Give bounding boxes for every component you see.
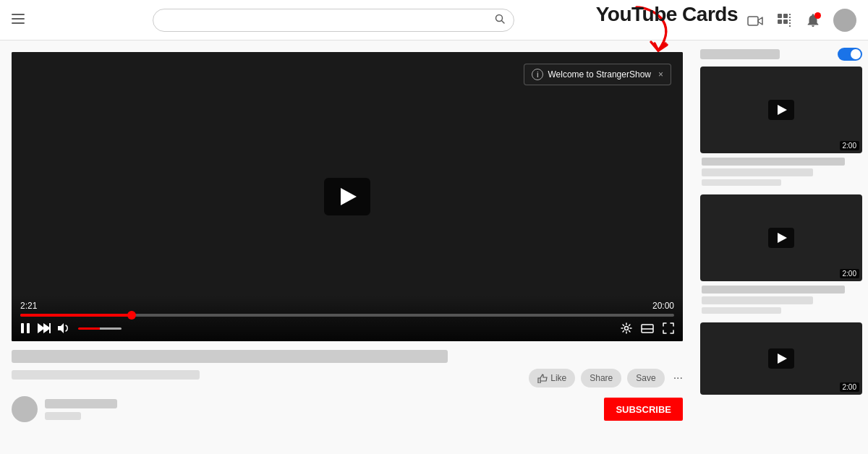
skip-button[interactable] <box>38 323 51 333</box>
sidebar-thumbnail-2[interactable]: 2:00 <box>700 194 862 281</box>
card-label: Welcome to StrangerShow <box>548 69 651 80</box>
below-video: Like Share Save ··· SUBSCRIBE <box>12 341 683 422</box>
svg-rect-10 <box>789 14 791 15</box>
share-button[interactable]: Share <box>581 369 621 387</box>
sidebar-play-triangle-1 <box>778 105 787 115</box>
camera-icon[interactable] <box>746 12 764 29</box>
svg-rect-5 <box>748 17 758 25</box>
controls-row <box>20 322 674 334</box>
svg-rect-0 <box>12 14 25 15</box>
youtube-card-popup[interactable]: i Welcome to StrangerShow × <box>524 64 671 85</box>
channel-row: SUBSCRIBE <box>12 387 683 422</box>
svg-rect-6 <box>778 14 782 18</box>
like-button[interactable]: Like <box>529 369 575 387</box>
svg-rect-13 <box>789 22 791 24</box>
svg-rect-19 <box>49 323 51 333</box>
notifications-icon[interactable] <box>804 12 822 29</box>
sidebar-item: 2:00 <box>700 67 862 186</box>
sidebar-top-bar <box>700 48 862 61</box>
time-labels: 2:21 20:00 <box>20 301 674 311</box>
sidebar-meta-2 <box>700 286 862 314</box>
channel-subs-skeleton <box>45 412 81 420</box>
sidebar-title2-2 <box>702 296 813 304</box>
svg-rect-9 <box>783 20 788 24</box>
svg-rect-8 <box>778 20 782 24</box>
save-button[interactable]: Save <box>627 369 664 387</box>
avatar[interactable] <box>833 9 856 32</box>
autoplay-toggle[interactable] <box>838 48 862 61</box>
svg-rect-14 <box>789 25 791 27</box>
play-button-center[interactable] <box>324 178 370 215</box>
card-close-icon[interactable]: × <box>658 69 663 80</box>
svg-line-4 <box>501 21 504 24</box>
sidebar-sub-1 <box>702 179 781 186</box>
sidebar: 2:00 2:00 <box>694 40 868 454</box>
sidebar-play-1 <box>768 100 794 120</box>
sidebar-duration-2: 2:00 <box>840 269 859 278</box>
sidebar-thumbnail-3[interactable]: 2:00 <box>700 322 862 395</box>
menu-icon[interactable] <box>12 12 25 27</box>
pause-button[interactable] <box>20 322 30 334</box>
svg-rect-7 <box>783 14 788 18</box>
main-content: i Welcome to StrangerShow × 2:21 20:00 <box>0 40 868 454</box>
progress-bar[interactable] <box>20 314 674 317</box>
sidebar-play-3 <box>768 348 794 369</box>
search-bar[interactable] <box>153 9 514 32</box>
sidebar-title-1 <box>702 158 845 166</box>
theater-mode-button[interactable] <box>641 324 654 333</box>
sidebar-play-2 <box>768 228 794 248</box>
grid-icon[interactable] <box>775 12 793 29</box>
sidebar-play-triangle-2 <box>778 233 787 243</box>
svg-marker-20 <box>58 323 64 333</box>
sidebar-duration-1: 2:00 <box>840 141 859 150</box>
settings-icon[interactable] <box>621 322 632 334</box>
svg-rect-15 <box>21 323 24 333</box>
subscribe-button[interactable]: SUBSCRIBE <box>604 398 683 421</box>
sidebar-item: 2:00 <box>700 322 862 395</box>
video-subtitle-skeleton <box>12 370 200 380</box>
autoplay-label-skeleton <box>700 49 780 59</box>
search-input[interactable] <box>162 14 495 26</box>
volume-slider[interactable] <box>78 327 122 330</box>
video-player: i Welcome to StrangerShow × 2:21 20:00 <box>12 52 683 341</box>
fullscreen-button[interactable] <box>663 322 674 334</box>
notification-dot <box>814 12 821 19</box>
play-triangle-icon <box>341 188 357 205</box>
controls-right <box>621 322 674 334</box>
channel-info <box>45 399 597 420</box>
header: YouTube Cards <box>0 0 868 40</box>
card-info-icon: i <box>532 69 543 80</box>
svg-rect-12 <box>789 20 791 21</box>
total-time: 20:00 <box>652 301 674 311</box>
svg-rect-16 <box>27 323 30 333</box>
video-controls: 2:21 20:00 <box>12 295 683 341</box>
header-right <box>746 9 856 32</box>
progress-filled <box>20 314 132 317</box>
sidebar-duration-3: 2:00 <box>840 382 859 392</box>
sidebar-play-triangle-3 <box>778 354 787 364</box>
video-title-skeleton <box>12 350 448 363</box>
current-time: 2:21 <box>20 301 37 311</box>
sidebar-title2-1 <box>702 168 813 176</box>
sidebar-thumbnail-1[interactable]: 2:00 <box>700 67 862 153</box>
channel-avatar[interactable] <box>12 396 38 422</box>
sidebar-item: 2:00 <box>700 194 862 314</box>
progress-thumb <box>127 311 136 320</box>
sidebar-title-2 <box>702 286 845 294</box>
primary-column: i Welcome to StrangerShow × 2:21 20:00 <box>0 40 694 454</box>
sidebar-sub-2 <box>702 307 781 314</box>
action-buttons: Like Share Save ··· <box>529 369 683 387</box>
search-icon <box>495 14 505 26</box>
toggle-knob <box>851 49 861 59</box>
sidebar-meta-1 <box>700 158 862 186</box>
more-options-button[interactable]: ··· <box>673 372 683 385</box>
youtube-cards-title: YouTube Cards <box>596 3 738 26</box>
svg-rect-11 <box>789 17 791 18</box>
svg-rect-1 <box>12 18 25 20</box>
svg-rect-2 <box>12 22 25 24</box>
volume-button[interactable] <box>58 322 71 334</box>
channel-name-skeleton <box>45 399 117 408</box>
svg-point-21 <box>625 327 629 330</box>
